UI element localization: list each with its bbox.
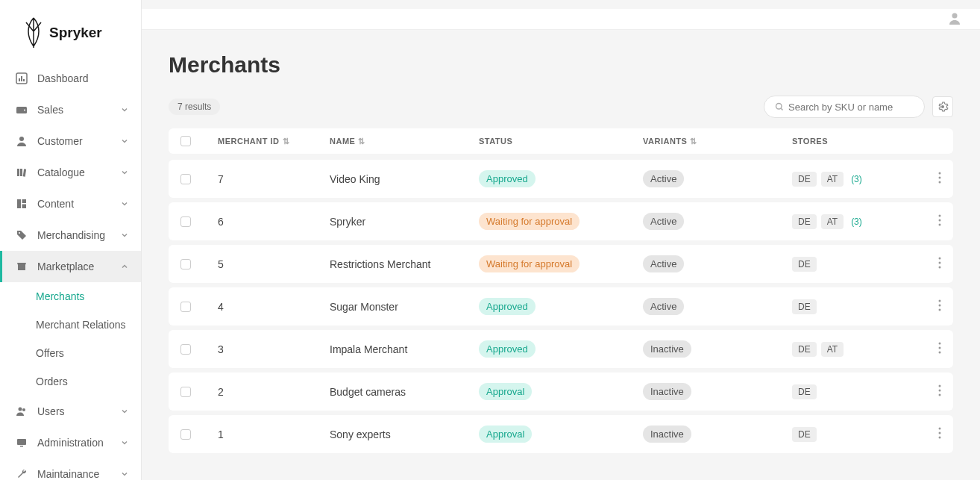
brand-name: Spryker: [49, 25, 102, 41]
chevron-up-icon: [120, 262, 129, 271]
svg-point-30: [939, 267, 941, 269]
row-checkbox[interactable]: [180, 387, 191, 397]
row-checkbox[interactable]: [180, 259, 191, 269]
row-checkbox[interactable]: [180, 302, 191, 312]
sidebar-item-administration[interactable]: Administration: [0, 427, 141, 458]
sidebar-item-merchandising[interactable]: Merchandising: [0, 219, 141, 251]
row-checkbox[interactable]: [180, 344, 191, 355]
row-actions-menu[interactable]: [938, 427, 941, 441]
search-input[interactable]: [788, 102, 914, 113]
sidebar-item-marketplace[interactable]: Marketplace: [0, 251, 141, 282]
chevron-down-icon: [120, 137, 129, 146]
sidebar-subitem-merchant-relations[interactable]: Merchant Relations: [0, 311, 141, 339]
dots-vertical-icon: [938, 257, 941, 269]
layout-icon: [15, 197, 28, 211]
row-checkbox[interactable]: [180, 429, 191, 440]
cell-stores: DEAT(3): [792, 214, 919, 229]
cell-merchant-id: 1: [218, 428, 330, 440]
table-row: 6 Spryker Waiting for approval Active DE…: [169, 202, 953, 240]
stores-more-link[interactable]: (3): [848, 172, 865, 187]
status-badge: Waiting for approval: [479, 255, 579, 272]
cell-stores: DE: [792, 299, 919, 314]
search-icon: [775, 101, 784, 113]
sidebar-item-customer[interactable]: Customer: [0, 125, 141, 157]
status-badge: Approved: [479, 170, 535, 187]
table-row: 3 Impala Merchant Approved Inactive DEAT: [169, 330, 953, 368]
cell-merchant-id: 6: [218, 216, 330, 228]
chevron-down-icon: [120, 470, 129, 479]
stores-more-link[interactable]: (3): [848, 214, 865, 229]
cell-merchant-id: 5: [218, 258, 330, 270]
books-icon: [15, 166, 28, 179]
cell-stores: DE: [792, 427, 919, 442]
spryker-logo-icon: [22, 16, 45, 49]
column-header-name[interactable]: NAME⇅: [330, 137, 479, 146]
sidebar-item-catalogue[interactable]: Catalogue: [0, 157, 141, 188]
svg-point-37: [939, 385, 941, 387]
row-actions-menu[interactable]: [938, 214, 941, 228]
cell-name: Budget cameras: [330, 386, 479, 398]
monitor-icon: [15, 436, 28, 449]
sidebar-item-maintainance[interactable]: Maintainance: [0, 458, 141, 480]
svg-point-5: [24, 110, 25, 111]
sidebar-subitem-merchants[interactable]: Merchants: [0, 282, 141, 311]
cell-stores: DEAT: [792, 342, 919, 357]
svg-rect-11: [22, 199, 27, 203]
svg-rect-10: [17, 199, 21, 208]
row-actions-menu[interactable]: [938, 172, 941, 186]
row-actions-menu[interactable]: [938, 384, 941, 399]
row-checkbox[interactable]: [180, 216, 191, 227]
sidebar: Spryker Dashboard Sales Customer Catalog…: [0, 0, 142, 480]
svg-point-13: [19, 232, 20, 234]
status-badge: Approved: [479, 340, 535, 358]
status-badge: Approval: [479, 426, 532, 443]
sidebar-item-users[interactable]: Users: [0, 396, 141, 427]
dots-vertical-icon: [938, 172, 941, 184]
sort-icon: ⇅: [358, 137, 365, 146]
select-all-checkbox[interactable]: [180, 136, 191, 146]
column-header-variants[interactable]: VARIANTS⇅: [643, 137, 792, 146]
cell-merchant-id: 3: [218, 343, 330, 355]
svg-point-15: [19, 408, 22, 411]
sidebar-item-label: Sales: [37, 104, 120, 116]
row-checkbox[interactable]: [180, 174, 191, 184]
variant-badge: Active: [643, 255, 684, 272]
sidebar-item-label: Marketplace: [37, 261, 120, 272]
store-chip: DE: [792, 257, 817, 272]
sidebar-item-label: Dashboard: [37, 72, 129, 84]
wrench-icon: [15, 467, 28, 480]
search-box[interactable]: [764, 96, 925, 118]
settings-button[interactable]: [932, 96, 953, 117]
logo: Spryker: [0, 6, 141, 63]
chevron-down-icon: [120, 168, 129, 177]
svg-point-36: [939, 352, 941, 354]
cell-name: Impala Merchant: [330, 343, 479, 355]
page-title: Merchants: [169, 52, 953, 78]
row-actions-menu[interactable]: [938, 342, 941, 356]
account-icon[interactable]: [947, 10, 962, 28]
svg-point-33: [939, 309, 941, 311]
column-header-stores[interactable]: STORES: [792, 137, 919, 146]
sidebar-item-label: Merchandising: [37, 229, 120, 241]
sidebar-item-content[interactable]: Content: [0, 188, 141, 219]
svg-point-23: [939, 177, 941, 179]
cell-stores: DEAT(3): [792, 172, 919, 187]
row-actions-menu[interactable]: [938, 299, 941, 314]
row-actions-menu[interactable]: [938, 257, 941, 271]
sidebar-subitem-offers[interactable]: Offers: [0, 339, 141, 367]
svg-rect-14: [18, 265, 25, 270]
sidebar-item-sales[interactable]: Sales: [0, 94, 141, 125]
column-header-status[interactable]: STATUS: [479, 137, 643, 146]
table-row: 7 Video King Approved Active DEAT(3): [169, 160, 953, 198]
store-chip: AT: [821, 342, 844, 357]
sidebar-subitem-orders[interactable]: Orders: [0, 367, 141, 396]
variant-badge: Active: [643, 298, 684, 315]
sidebar-item-label: Users: [37, 405, 120, 417]
cell-name: Restrictions Merchant: [330, 258, 479, 270]
chevron-down-icon: [120, 407, 129, 416]
sidebar-item-dashboard[interactable]: Dashboard: [0, 63, 141, 94]
column-header-merchant-id[interactable]: MERCHANT ID⇅: [218, 137, 330, 146]
status-badge: Approved: [479, 298, 535, 315]
sort-icon: ⇅: [283, 137, 290, 146]
table-row: 5 Restrictions Merchant Waiting for appr…: [169, 245, 953, 283]
